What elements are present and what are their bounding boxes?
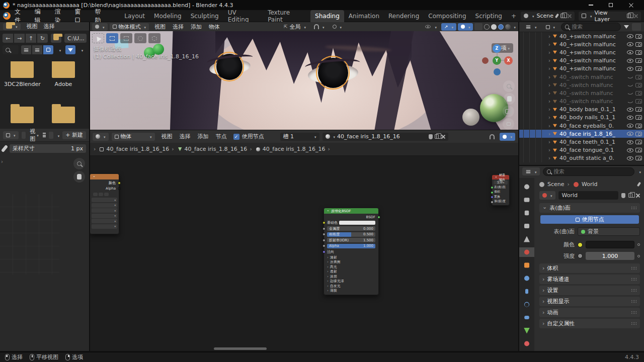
expand-arrow-icon[interactable]: ›: [548, 139, 550, 145]
browse-image-icon[interactable]: [93, 193, 98, 196]
base-color-row[interactable]: 基础色: [324, 220, 378, 225]
menu-vp-view[interactable]: 视图: [151, 22, 169, 31]
navigation-gizmo[interactable]: Z X Y: [480, 43, 514, 77]
hide-in-viewport-toggle[interactable]: [627, 92, 633, 95]
menu-fb-view[interactable]: 视图: [24, 23, 41, 30]
tab-physics[interactable]: [519, 300, 534, 309]
folder-item[interactable]: [45, 107, 82, 130]
fake-user-icon[interactable]: [429, 134, 433, 139]
editor-type-button[interactable]: [3, 131, 19, 139]
menu-edit[interactable]: 编辑: [31, 10, 51, 22]
collapsed-panel-header[interactable]: 体积: [539, 263, 640, 273]
scene-selector[interactable]: Scene: [521, 12, 575, 21]
outliner-item[interactable]: › 40_+switch malfunc: [519, 65, 644, 73]
sample-size-field[interactable]: 采样尺寸 1 px: [10, 144, 86, 153]
disable-in-render-toggle[interactable]: [635, 99, 642, 104]
disable-in-render-toggle[interactable]: [635, 75, 642, 79]
hide-in-viewport-toggle[interactable]: [627, 100, 633, 103]
menu-sh-node[interactable]: 节点: [212, 130, 230, 143]
tab-modeling[interactable]: Modeling: [149, 10, 186, 22]
copy-icon[interactable]: [628, 193, 632, 198]
material-slot-selector[interactable]: 槽 1: [280, 133, 319, 141]
outliner-item[interactable]: › 40_face tongue_0.1: [519, 146, 644, 154]
select-lasso-button[interactable]: [148, 33, 160, 43]
view-thumbnail-button[interactable]: [43, 45, 53, 54]
back-button[interactable]: ←: [3, 34, 13, 43]
node-section-collapsed[interactable]: 漫射: [324, 255, 378, 260]
filter-icon[interactable]: [624, 25, 629, 29]
browse-image-dropdown[interactable]: [56, 132, 60, 139]
expand-arrow-icon[interactable]: ›: [548, 131, 550, 137]
editor-divider[interactable]: [518, 22, 519, 352]
tab-animation[interactable]: Animation: [344, 10, 384, 22]
view-layer-selector[interactable]: View Layer: [579, 12, 641, 21]
outliner-item[interactable]: › 40_-switch malfunc: [519, 73, 644, 81]
disable-in-render-toggle[interactable]: [635, 83, 642, 87]
expand-arrow-icon[interactable]: ›: [548, 42, 550, 47]
hide-in-viewport-toggle[interactable]: [627, 148, 633, 152]
tab-data[interactable]: [519, 326, 534, 335]
outliner-item[interactable]: › 40_+switch malfunc: [519, 57, 644, 65]
hide-in-viewport-toggle[interactable]: [627, 59, 633, 63]
node-header[interactable]: 材质输出: [492, 175, 509, 179]
unlink-icon[interactable]: [635, 193, 640, 198]
copy-icon[interactable]: [627, 14, 631, 18]
menu-sh-add[interactable]: 添加: [194, 130, 212, 143]
expand-arrow-icon[interactable]: ›: [548, 58, 550, 63]
collapsed-panel-header[interactable]: 动画: [539, 308, 640, 317]
transform-orientation-selector[interactable]: ⇱全局: [281, 23, 309, 31]
menu-window[interactable]: 窗口: [71, 10, 91, 22]
expand-arrow-icon[interactable]: ›: [548, 107, 550, 112]
overlays-toggle[interactable]: [500, 133, 515, 141]
proportional-edit-toggle[interactable]: [330, 23, 345, 31]
zoom-icon[interactable]: [503, 80, 515, 92]
hide-in-viewport-toggle[interactable]: [627, 124, 633, 128]
expand-arrow-icon[interactable]: ›: [548, 99, 550, 104]
filter-settings-dropdown[interactable]: [76, 45, 87, 54]
hide-in-viewport-toggle[interactable]: [627, 67, 633, 71]
disable-in-render-toggle[interactable]: [635, 156, 642, 160]
collapsed-panel-header[interactable]: 雾场通道: [539, 275, 640, 284]
shading-solid-button[interactable]: [491, 24, 497, 30]
show-visibility-dropdown[interactable]: [422, 23, 440, 31]
hide-in-viewport-toggle[interactable]: [627, 34, 633, 38]
disable-in-render-toggle[interactable]: [635, 124, 642, 128]
strength-field[interactable]: 1.000: [586, 252, 634, 260]
outliner-search[interactable]: [561, 23, 621, 31]
pan-hand-icon[interactable]: [73, 171, 85, 183]
tab-rendering[interactable]: Rendering: [384, 10, 424, 22]
select-tweak-button[interactable]: [120, 33, 132, 43]
browse-image-icon[interactable]: [49, 132, 53, 139]
horizontal-scrollbar[interactable]: [214, 347, 267, 350]
tab-modifiers[interactable]: [519, 274, 534, 283]
node-dropdown[interactable]: [92, 203, 117, 208]
parent-dir-button[interactable]: ↑: [26, 34, 36, 43]
tab-particles[interactable]: [519, 287, 534, 296]
cursor-tool-button[interactable]: [92, 33, 104, 43]
tab-layout[interactable]: Layout: [120, 10, 149, 22]
node-dropdown[interactable]: [92, 198, 117, 202]
principled-bsdf-node[interactable]: 原理化BSDF BSDF 基础色 金属度0.000 粗糙度0.500 折射率(I…: [324, 208, 379, 295]
panel-drag-grip[interactable]: [631, 278, 637, 281]
view-detail-button[interactable]: [32, 45, 42, 54]
disable-in-render-toggle[interactable]: [635, 42, 642, 47]
pan-hand-icon[interactable]: [504, 93, 515, 105]
sidebar-toggle-arrow[interactable]: ›: [1, 159, 3, 164]
node-section-collapsed[interactable]: 自发光: [324, 284, 378, 289]
node-section-collapsed[interactable]: 涂层: [324, 274, 378, 279]
xray-toggle[interactable]: [474, 23, 482, 30]
display-mode-dropdown[interactable]: [543, 23, 558, 31]
tab-output[interactable]: [519, 208, 534, 218]
search-input[interactable]: [553, 168, 631, 175]
panel-drag-grip[interactable]: [631, 289, 637, 292]
minimize-button[interactable]: [581, 0, 601, 10]
gizmo-z-axis[interactable]: Z: [493, 44, 501, 53]
new-folder-button[interactable]: [51, 34, 61, 43]
editor-type-button[interactable]: [92, 23, 108, 31]
surface-shader-field[interactable]: 背景: [578, 227, 640, 236]
expand-arrow-icon[interactable]: ›: [548, 155, 550, 161]
breadcrumb-object[interactable]: 40_face iris_1.8_16_16: [100, 146, 175, 152]
outliner-item[interactable]: › 40_-switch malfunc: [519, 89, 644, 97]
browse-world-button[interactable]: [539, 191, 555, 200]
hide-in-viewport-toggle[interactable]: [627, 156, 633, 160]
